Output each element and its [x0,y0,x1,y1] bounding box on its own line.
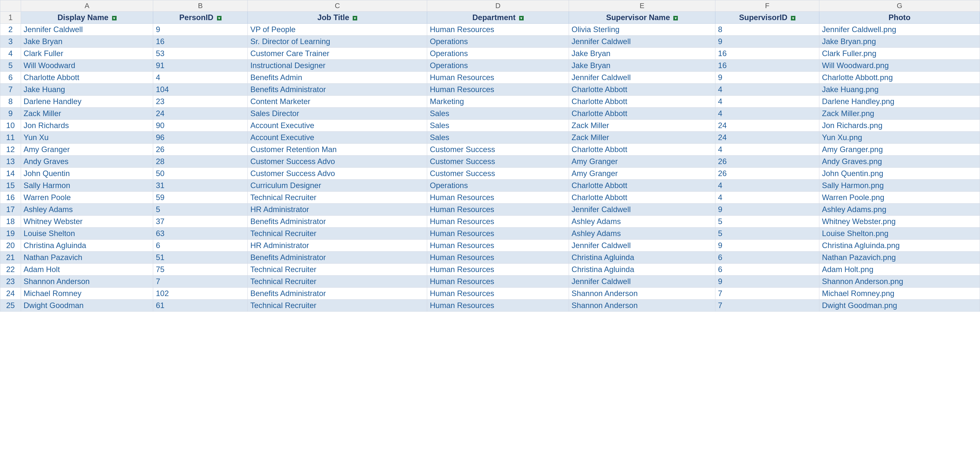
cell-supervisor-name[interactable]: Ashley Adams [569,216,715,228]
cell-person-id[interactable]: 50 [153,168,248,180]
cell-photo[interactable]: Clark Fuller.png [819,48,980,60]
cell-display-name[interactable]: John Quentin [21,168,153,180]
cell-supervisor-id[interactable]: 7 [715,288,819,300]
cell-supervisor-name[interactable]: Christina Agluinda [569,264,715,276]
cell-job-title[interactable]: Curriculum Designer [247,180,427,192]
cell-job-title[interactable]: Benefits Admin [247,72,427,84]
cell-supervisor-id[interactable]: 5 [715,228,819,240]
header-photo[interactable]: Photo [819,12,980,24]
cell-job-title[interactable]: Customer Retention Man [247,144,427,156]
cell-job-title[interactable]: VP of People [247,24,427,36]
cell-department[interactable]: Operations [427,180,569,192]
cell-supervisor-id[interactable]: 26 [715,156,819,168]
cell-supervisor-id[interactable]: 5 [715,216,819,228]
col-letter-b[interactable]: B [153,0,248,12]
cell-job-title[interactable]: HR Administrator [247,204,427,216]
cell-job-title[interactable]: Content Marketer [247,96,427,108]
cell-supervisor-id[interactable]: 16 [715,60,819,72]
cell-job-title[interactable]: Technical Recruiter [247,192,427,204]
cell-photo[interactable]: Zack Miller.png [819,108,980,120]
cell-job-title[interactable]: Customer Care Trainer [247,48,427,60]
cell-job-title[interactable]: Account Executive [247,132,427,144]
cell-photo[interactable]: Nathan Pazavich.png [819,252,980,264]
cell-person-id[interactable]: 26 [153,144,248,156]
table-row[interactable]: 4Clark Fuller53Customer Care TrainerOper… [0,48,980,60]
cell-display-name[interactable]: Shannon Anderson [21,276,153,288]
cell-display-name[interactable]: Christina Agluinda [21,240,153,252]
cell-person-id[interactable]: 4 [153,72,248,84]
cell-person-id[interactable]: 90 [153,120,248,132]
cell-display-name[interactable]: Sally Harmon [21,180,153,192]
cell-person-id[interactable]: 5 [153,204,248,216]
header-supervisor-name[interactable]: Supervisor Name ▼ [569,12,715,24]
table-row[interactable]: 23Shannon Anderson7Technical RecruiterHu… [0,276,980,288]
cell-photo[interactable]: Michael Romney.png [819,288,980,300]
cell-supervisor-name[interactable]: Jennifer Caldwell [569,204,715,216]
cell-supervisor-name[interactable]: Jennifer Caldwell [569,240,715,252]
cell-supervisor-id[interactable]: 9 [715,276,819,288]
cell-supervisor-id[interactable]: 4 [715,108,819,120]
table-row[interactable]: 11Yun Xu96Account ExecutiveSalesZack Mil… [0,132,980,144]
cell-job-title[interactable]: Benefits Administrator [247,252,427,264]
cell-department[interactable]: Human Resources [427,72,569,84]
cell-person-id[interactable]: 28 [153,156,248,168]
cell-supervisor-name[interactable]: Charlotte Abbott [569,180,715,192]
cell-display-name[interactable]: Jake Bryan [21,36,153,48]
cell-display-name[interactable]: Darlene Handley [21,96,153,108]
cell-department[interactable]: Sales [427,108,569,120]
header-department[interactable]: Department ▼ [427,12,569,24]
table-row[interactable]: 8Darlene Handley23Content MarketerMarket… [0,96,980,108]
cell-job-title[interactable]: Instructional Designer [247,60,427,72]
cell-supervisor-name[interactable]: Amy Granger [569,168,715,180]
cell-display-name[interactable]: Amy Granger [21,144,153,156]
cell-display-name[interactable]: Will Woodward [21,60,153,72]
cell-supervisor-name[interactable]: Amy Granger [569,156,715,168]
cell-photo[interactable]: John Quentin.png [819,168,980,180]
table-row[interactable]: 9Zack Miller24Sales DirectorSalesCharlot… [0,108,980,120]
cell-department[interactable]: Human Resources [427,288,569,300]
cell-photo[interactable]: Whitney Webster.png [819,216,980,228]
cell-supervisor-id[interactable]: 4 [715,144,819,156]
cell-photo[interactable]: Sally Harmon.png [819,180,980,192]
cell-supervisor-name[interactable]: Jennifer Caldwell [569,36,715,48]
cell-supervisor-id[interactable]: 26 [715,168,819,180]
table-row[interactable]: 22Adam Holt75Technical RecruiterHuman Re… [0,264,980,276]
table-row[interactable]: 25Dwight Goodman61Technical RecruiterHum… [0,300,980,312]
cell-supervisor-id[interactable]: 9 [715,36,819,48]
cell-supervisor-name[interactable]: Charlotte Abbott [569,84,715,96]
cell-photo[interactable]: Amy Granger.png [819,144,980,156]
filter-icon-a[interactable]: ▼ [112,16,116,21]
cell-person-id[interactable]: 102 [153,288,248,300]
cell-supervisor-id[interactable]: 9 [715,204,819,216]
cell-job-title[interactable]: Technical Recruiter [247,264,427,276]
cell-supervisor-id[interactable]: 4 [715,96,819,108]
table-row[interactable]: 18Whitney Webster37Benefits Administrato… [0,216,980,228]
cell-display-name[interactable]: Charlotte Abbott [21,72,153,84]
table-row[interactable]: 5Will Woodward91Instructional DesignerOp… [0,60,980,72]
cell-person-id[interactable]: 6 [153,240,248,252]
cell-job-title[interactable]: Sales Director [247,108,427,120]
cell-display-name[interactable]: Zack Miller [21,108,153,120]
cell-department[interactable]: Operations [427,48,569,60]
table-row[interactable]: 7Jake Huang104Benefits AdministratorHuma… [0,84,980,96]
cell-job-title[interactable]: Technical Recruiter [247,228,427,240]
cell-display-name[interactable]: Whitney Webster [21,216,153,228]
cell-supervisor-id[interactable]: 9 [715,72,819,84]
cell-job-title[interactable]: Customer Success Advo [247,168,427,180]
filter-icon-f[interactable]: ▼ [791,16,795,21]
table-row[interactable]: 15Sally Harmon31Curriculum DesignerOpera… [0,180,980,192]
cell-supervisor-name[interactable]: Charlotte Abbott [569,192,715,204]
table-row[interactable]: 12Amy Granger26Customer Retention ManCus… [0,144,980,156]
cell-person-id[interactable]: 31 [153,180,248,192]
cell-department[interactable]: Operations [427,36,569,48]
filter-icon-d[interactable]: ▼ [519,16,524,21]
cell-department[interactable]: Marketing [427,96,569,108]
cell-display-name[interactable]: Nathan Pazavich [21,252,153,264]
cell-photo[interactable]: Dwight Goodman.png [819,300,980,312]
cell-supervisor-name[interactable]: Shannon Anderson [569,288,715,300]
cell-supervisor-id[interactable]: 4 [715,84,819,96]
cell-department[interactable]: Human Resources [427,204,569,216]
cell-supervisor-id[interactable]: 4 [715,180,819,192]
cell-department[interactable]: Human Resources [427,216,569,228]
table-row[interactable]: 3Jake Bryan16Sr. Director of LearningOpe… [0,36,980,48]
